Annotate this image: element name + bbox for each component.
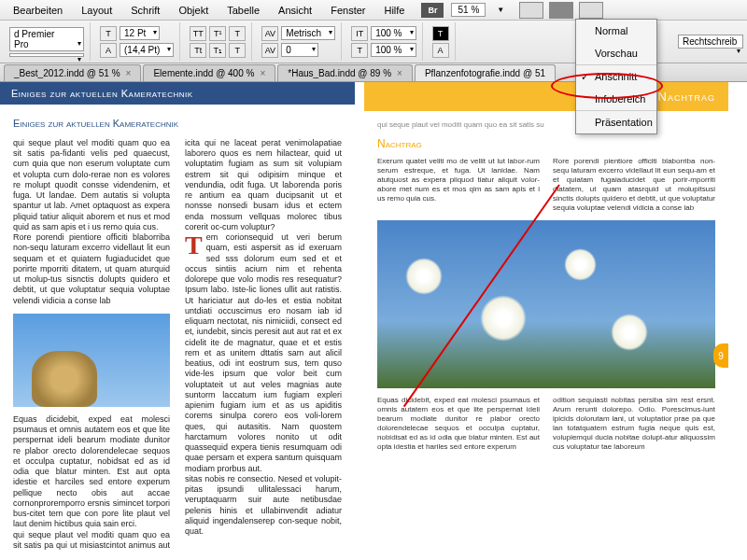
font-size-icon: T	[100, 26, 117, 41]
underline-button[interactable]: T	[229, 26, 246, 41]
screen-mode-menu: Normal Vorschau Anschnitt Infobereich Pr…	[575, 19, 657, 134]
superscript-button[interactable]: T¹	[209, 26, 226, 41]
menu-tabelle[interactable]: Tabelle	[218, 5, 269, 16]
baseline-icon: A	[432, 43, 449, 58]
vscale-select[interactable]: 100 %	[371, 26, 416, 40]
document-canvas: Einiges zur aktuellen Kameratechnik Eini…	[0, 82, 747, 560]
menu-infobereich[interactable]: Infobereich	[576, 88, 656, 111]
menu-praesentation[interactable]: Präsentation	[576, 111, 656, 133]
body-paragraph: Equas dicidebit, exped eat molesci psuma…	[377, 396, 540, 452]
leading-icon: A	[100, 43, 117, 58]
menu-objekt[interactable]: Objekt	[169, 5, 218, 16]
hscale-icon: T	[351, 43, 368, 58]
close-icon[interactable]: ×	[397, 68, 402, 78]
tab-pflanzen[interactable]: Pflanzenfotografie.indd @ 51	[415, 64, 556, 81]
body-paragraph: sitas nobis re consectio. Nesed et volup…	[185, 474, 342, 538]
section-heading: Nachtrag	[377, 137, 715, 151]
vscale-icon: IT	[351, 26, 368, 41]
close-icon[interactable]: ×	[126, 68, 132, 78]
font-size-select[interactable]: 12 Pt	[120, 26, 160, 40]
body-paragraph: Rore porendi pientiore officiti blaborri…	[13, 232, 170, 306]
menu-fenster[interactable]: Fenster	[321, 5, 374, 16]
zoom-down-icon[interactable]: ▼	[487, 6, 514, 14]
body-paragraph: Rore porendi pientiore officiti blaborri…	[553, 157, 715, 213]
bridge-icon[interactable]: Br	[421, 3, 444, 18]
strike-button[interactable]: T	[229, 43, 246, 58]
arrange-docs-button[interactable]	[579, 2, 603, 19]
body-paragraph: qui seque plaut vel moditi quam quo ea s…	[13, 138, 170, 232]
right-page: Nachtrag qui seque plaut vel moditi quam…	[364, 82, 728, 560]
font-style-select[interactable]	[9, 53, 84, 57]
tab-elemente[interactable]: Elemente.indd @ 400 %×	[143, 64, 275, 81]
smallcaps-button[interactable]: Tt	[190, 43, 206, 58]
body-paragraph: odition sequiasti nobitas persiba sim re…	[553, 396, 715, 452]
font-family-select[interactable]: d Premier Pro	[9, 27, 84, 51]
menu-ansicht[interactable]: Ansicht	[269, 5, 321, 16]
body-paragraph: Exerum quatet veliti mo de vellit ut lut…	[377, 157, 540, 203]
inline-image[interactable]	[377, 220, 715, 388]
menu-layout[interactable]: Layout	[72, 5, 121, 16]
section-heading: Einiges zur aktuellen Kameratechnik	[13, 118, 342, 131]
menu-vorschau[interactable]: Vorschau	[576, 42, 656, 65]
menu-bar: Bearbeiten Layout Schrift Objekt Tabelle…	[0, 0, 747, 21]
tab-hausbad[interactable]: *Haus_Bad.indd @ 89 %×	[277, 64, 413, 81]
subscript-button[interactable]: T₁	[209, 43, 226, 58]
leading-select[interactable]: (14,4 Pt)	[120, 43, 174, 57]
body-paragraph: Equas dicidebit, exped eat molesci psuma…	[13, 414, 170, 530]
page-header-right: Nachtrag	[364, 82, 728, 111]
language-select[interactable]: Rechtschreib	[678, 35, 743, 49]
menu-anschnitt[interactable]: Anschnitt	[576, 65, 656, 88]
kerning-icon: AV	[261, 26, 278, 41]
tracking-icon: AV	[261, 43, 278, 58]
allcaps-button[interactable]: TT	[190, 26, 206, 41]
page-number: 9	[713, 343, 728, 368]
tracking-select[interactable]: 0	[281, 43, 318, 57]
tab-best2012[interactable]: _Best_2012.indd @ 51 %×	[4, 64, 141, 81]
menu-bearbeiten[interactable]: Bearbeiten	[4, 5, 72, 16]
view-options-button[interactable]	[519, 2, 543, 19]
kerning-select[interactable]: Metrisch	[281, 26, 335, 40]
left-page: Einiges zur aktuellen Kameratechnik Eini…	[0, 82, 355, 560]
page-header-left: Einiges zur aktuellen Kameratechnik	[0, 82, 355, 105]
continuation-line: qui seque plaut vel moditi quam quo ea s…	[377, 120, 715, 130]
fill-color-button[interactable]: T	[432, 26, 449, 41]
hscale-select[interactable]: 100 %	[371, 43, 416, 57]
zoom-level[interactable]: 51 %	[451, 3, 486, 17]
close-icon[interactable]: ×	[260, 68, 265, 78]
menu-hilfe[interactable]: Hilfe	[374, 5, 414, 16]
body-paragraph: Tem corionsequid ut veri berum quam, est…	[185, 232, 342, 474]
menu-normal[interactable]: Normal	[576, 20, 656, 42]
screen-mode-button[interactable]	[549, 2, 573, 19]
inline-image[interactable]	[13, 314, 170, 407]
menu-schrift[interactable]: Schrift	[121, 5, 169, 16]
